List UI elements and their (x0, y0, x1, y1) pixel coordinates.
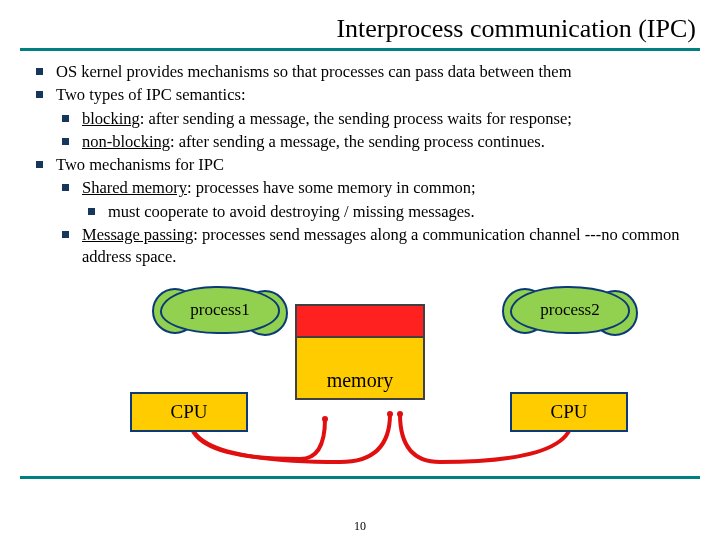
footer-rule (20, 476, 700, 479)
bullet-3-text: Two mechanisms for IPC (56, 155, 224, 174)
memory-label: memory (327, 369, 394, 392)
bullet-3a-i: must cooperate to avoid destroying / mis… (82, 201, 700, 223)
bullet-1: OS kernel provides mechanisms so that pr… (30, 61, 700, 83)
sharedmem-label: Shared memory (82, 178, 187, 197)
bullet-content: OS kernel provides mechanisms so that pr… (0, 61, 720, 268)
cpu-right-label: CPU (551, 401, 588, 423)
bullet-2: Two types of IPC semantics: blocking: af… (30, 84, 700, 153)
process2-label: process2 (540, 300, 599, 320)
diagram: process1 process2 memory CPU CPU (20, 274, 700, 474)
header-rule (20, 48, 700, 51)
bullet-3a: Shared memory: processes have some memor… (56, 177, 700, 223)
bullet-3b: Message passing: processes send messages… (56, 224, 700, 269)
blocking-label: blocking (82, 109, 140, 128)
svg-point-1 (322, 416, 328, 422)
svg-point-2 (387, 411, 393, 417)
page-title: Interprocess communication (IPC) (0, 0, 720, 46)
sharedmem-rest: : processes have some memory in common; (187, 178, 476, 197)
svg-point-3 (397, 411, 403, 417)
process2-cloud: process2 (510, 286, 630, 334)
memory-box: memory (295, 304, 425, 400)
bullet-2-text: Two types of IPC semantics: (56, 85, 246, 104)
process1-cloud: process1 (160, 286, 280, 334)
blocking-rest: : after sending a message, the sending p… (140, 109, 572, 128)
page-number: 10 (0, 519, 720, 534)
process1-label: process1 (190, 300, 249, 320)
bullet-2a: blocking: after sending a message, the s… (56, 108, 700, 130)
bullet-2b: non-blocking: after sending a message, t… (56, 131, 700, 153)
bullet-3: Two mechanisms for IPC Shared memory: pr… (30, 154, 700, 268)
nonblocking-label: non-blocking (82, 132, 170, 151)
shared-region (295, 304, 425, 338)
nonblocking-rest: : after sending a message, the sending p… (170, 132, 545, 151)
cpu-left-label: CPU (171, 401, 208, 423)
cpu-right: CPU (510, 392, 628, 432)
msgpass-label: Message passing (82, 225, 193, 244)
cpu-left: CPU (130, 392, 248, 432)
